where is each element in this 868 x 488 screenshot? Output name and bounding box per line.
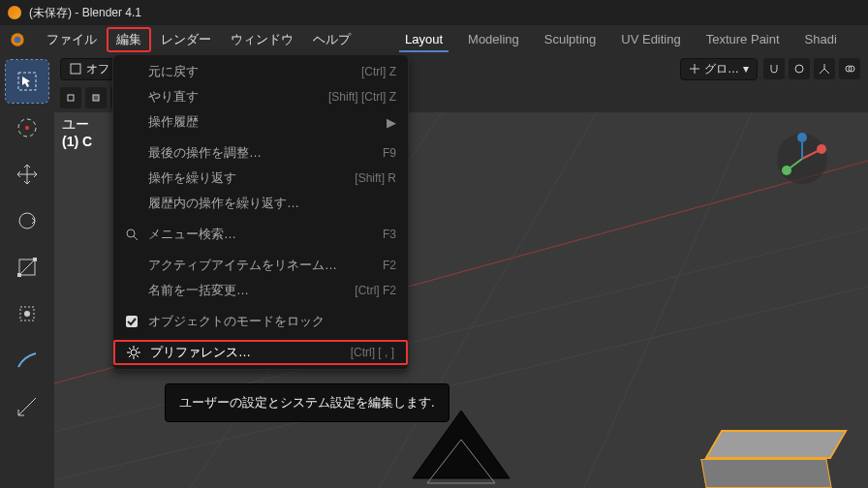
cursor-icon — [15, 115, 40, 140]
tab-layout[interactable]: Layout — [399, 28, 449, 52]
breadcrumb-line1: ユー — [62, 116, 92, 134]
tool-measure[interactable] — [6, 385, 48, 428]
menubar: ファイル 編集 レンダー ウィンドウ ヘルプ Layout Modeling S… — [0, 25, 868, 54]
main-area: オフ ック グロ… ▾ — [0, 54, 868, 488]
select-box-icon — [15, 69, 40, 94]
menu-edit[interactable]: 編集 — [107, 27, 151, 52]
default-cube[interactable] — [694, 430, 858, 488]
svg-point-26 — [24, 311, 30, 317]
tool-scale[interactable] — [6, 246, 48, 289]
tool-move[interactable] — [6, 153, 48, 196]
tool-select-box[interactable] — [6, 60, 48, 103]
checkbox-checked-icon — [125, 315, 142, 328]
gizmo-toggle[interactable] — [814, 58, 835, 79]
tool-annotate[interactable] — [6, 339, 48, 381]
select-vert[interactable] — [60, 87, 81, 108]
svg-rect-15 — [93, 95, 99, 101]
svg-line-34 — [129, 348, 131, 350]
menu-help[interactable]: ヘルプ — [303, 27, 360, 52]
svg-point-29 — [131, 350, 137, 355]
orientation-label: グロ… — [704, 61, 739, 77]
titlebar: (未保存) - Blender 4.1 — [0, 0, 868, 25]
scale-icon — [15, 255, 40, 280]
tab-uv-editing[interactable]: UV Editing — [615, 28, 686, 52]
svg-point-11 — [795, 65, 803, 73]
axes-icon — [819, 63, 830, 75]
nav-gizmo[interactable] — [775, 132, 829, 186]
tool-transform[interactable] — [6, 292, 48, 335]
menu-adjust-last[interactable]: 最後の操作を調整…F9 — [113, 140, 408, 166]
svg-point-1 — [15, 37, 21, 44]
menu-window[interactable]: ウィンドウ — [221, 27, 303, 52]
svg-line-37 — [137, 348, 139, 350]
menu-batch-rename[interactable]: 名前を一括変更…[Ctrl] F2 — [113, 278, 408, 303]
svg-point-20 — [25, 126, 29, 130]
menu-undo[interactable]: 元に戻す[Ctrl] Z — [113, 59, 408, 84]
rotate-icon — [15, 208, 40, 233]
svg-rect-14 — [68, 95, 74, 101]
menu-redo[interactable]: やり直す[Shift] [Ctrl] Z — [113, 84, 408, 109]
menu-history[interactable]: 操作履歴▶ — [113, 109, 408, 135]
axis-icon — [689, 63, 700, 75]
svg-point-27 — [127, 229, 135, 237]
select-edge[interactable] — [85, 87, 107, 108]
submenu-arrow-icon: ▶ — [387, 115, 396, 130]
tool-rotate[interactable] — [6, 199, 48, 242]
svg-point-40 — [817, 144, 826, 154]
svg-point-42 — [782, 166, 791, 175]
svg-line-36 — [129, 355, 131, 357]
chevron-down-icon: ▾ — [743, 62, 749, 76]
breadcrumb-line2: (1) C — [62, 134, 92, 149]
tab-shading[interactable]: Shadi — [799, 28, 843, 52]
tooltip: ユーザーの設定とシステム設定を編集します. — [165, 383, 450, 422]
tab-modeling[interactable]: Modeling — [462, 28, 525, 52]
orientation-selector[interactable]: グロ… ▾ — [680, 58, 758, 80]
tab-texture-paint[interactable]: Texture Paint — [700, 28, 786, 52]
menu-render[interactable]: レンダー — [151, 27, 221, 52]
svg-rect-24 — [33, 258, 37, 261]
gear-icon — [127, 346, 144, 359]
magnet-icon — [768, 63, 780, 75]
transform-icon — [15, 301, 40, 326]
menu-repeat[interactable]: 操作を繰り返す[Shift] R — [113, 166, 408, 191]
menu-repeat-history[interactable]: 履歴内の操作を繰り返す… — [113, 191, 408, 216]
mode-selector[interactable]: オフ — [60, 58, 118, 80]
svg-rect-28 — [126, 316, 138, 327]
menu-preferences[interactable]: プリファレンス…[Ctrl] [ , ] — [113, 340, 408, 365]
svg-rect-10 — [71, 64, 80, 74]
menu-lock-modes[interactable]: オブジェクトのモードをロック — [113, 309, 408, 334]
search-icon — [125, 228, 142, 241]
measure-icon — [15, 394, 40, 419]
workspace-tabs: Layout Modeling Sculpting UV Editing Tex… — [399, 28, 843, 52]
mode-label: オフ — [86, 61, 109, 77]
circle-icon — [793, 63, 805, 75]
viewport-header-right: グロ… ▾ — [672, 54, 868, 83]
scene-breadcrumb: ユー (1) C — [62, 116, 92, 149]
menu-search[interactable]: メニュー検索…F3 — [113, 222, 408, 247]
tooltip-text: ユーザーの設定とシステム設定を編集します. — [179, 395, 435, 410]
tool-cursor[interactable] — [6, 107, 48, 149]
tool-shelf — [0, 54, 54, 488]
proportional-edit[interactable] — [789, 58, 810, 79]
object-mode-icon — [69, 62, 82, 76]
edit-menu-dropdown: 元に戻す[Ctrl] Z やり直す[Shift] [Ctrl] Z 操作履歴▶ … — [112, 54, 409, 370]
svg-rect-23 — [17, 273, 21, 277]
snap-toggle[interactable] — [763, 58, 785, 79]
svg-line-35 — [137, 355, 139, 357]
svg-point-44 — [797, 133, 807, 142]
blender-app-icon[interactable] — [8, 30, 27, 49]
menu-rename-active[interactable]: アクティブアイテムをリネーム…F2 — [113, 253, 408, 278]
window-title: (未保存) - Blender 4.1 — [29, 5, 141, 21]
tab-sculpting[interactable]: Sculpting — [539, 28, 602, 52]
move-icon — [15, 162, 40, 187]
menu-file[interactable]: ファイル — [37, 27, 107, 52]
blender-logo-icon — [8, 6, 21, 19]
annotate-icon — [15, 348, 40, 373]
overlays-toggle[interactable] — [839, 58, 860, 79]
overlays-icon — [844, 63, 855, 75]
svg-point-21 — [19, 213, 35, 229]
